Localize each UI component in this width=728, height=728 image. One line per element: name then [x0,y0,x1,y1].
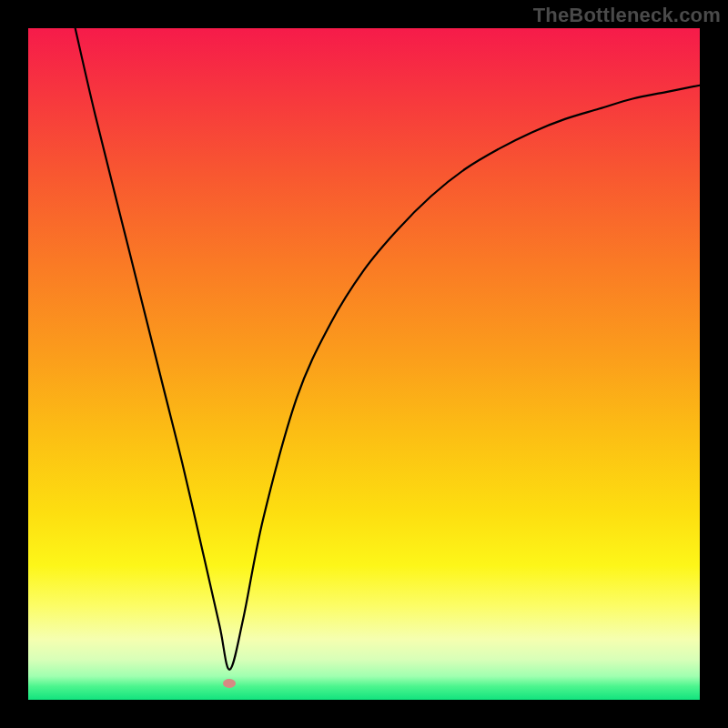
curve-path [76,28,700,670]
bottleneck-curve [28,28,700,700]
min-point-marker [223,679,236,688]
watermark-text: TheBottleneck.com [533,4,721,27]
plot-area [28,28,700,700]
chart-frame: TheBottleneck.com [0,0,728,728]
